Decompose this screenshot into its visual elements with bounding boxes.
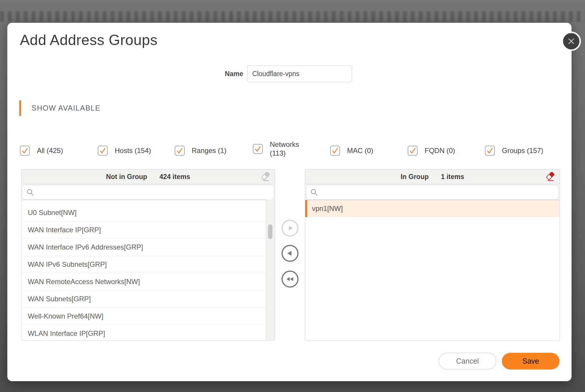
arrow-right-icon xyxy=(286,224,294,233)
checkbox-checked-icon xyxy=(253,144,263,154)
move-all-left-button[interactable] xyxy=(282,271,298,288)
search-icon xyxy=(26,188,34,196)
clear-list-icon[interactable] xyxy=(545,172,555,181)
close-button[interactable] xyxy=(562,32,581,51)
checkbox-checked-icon xyxy=(98,146,108,156)
page-background: Add Address Groups Name SHOW AVAILABLE A… xyxy=(0,0,585,392)
list-item-selected[interactable]: vpn1[NW] xyxy=(305,200,560,217)
move-left-button[interactable] xyxy=(282,245,298,262)
save-button[interactable]: Save xyxy=(502,353,560,369)
not-in-group-panel: Not in Group 424 items xyxy=(21,169,275,341)
filter-checkbox-networks[interactable]: Networks (113) xyxy=(253,140,303,158)
filter-checkbox-groups[interactable]: Groups (157) xyxy=(485,146,543,156)
not-in-group-list: U0 Subnet[NW] WAN Interface IP[GRP] WAN … xyxy=(21,200,275,341)
checkbox-checked-icon xyxy=(485,146,495,156)
name-input[interactable] xyxy=(247,66,352,82)
filter-checkbox-all[interactable]: All (425) xyxy=(20,146,63,156)
filter-checkbox-mac[interactable]: MAC (0) xyxy=(330,146,373,156)
not-in-group-header: Not in Group 424 items xyxy=(21,169,275,184)
search-icon xyxy=(310,188,318,196)
close-icon xyxy=(567,37,576,46)
clear-list-icon[interactable] xyxy=(261,172,271,181)
right-search-input[interactable] xyxy=(318,185,559,200)
in-group-list: vpn1[NW] xyxy=(305,200,560,341)
dialog-title: Add Address Groups xyxy=(20,32,157,49)
scrollbar-thumb[interactable] xyxy=(268,224,272,239)
filter-checkbox-ranges[interactable]: Ranges (1) xyxy=(175,146,227,156)
double-arrow-left-icon xyxy=(285,275,295,283)
move-right-button[interactable] xyxy=(282,220,298,237)
checkbox-checked-icon xyxy=(20,146,30,156)
list-item[interactable]: WLAN Interface IP[GRP] xyxy=(21,325,266,341)
list-item[interactable]: Well-Known Pref64[NW] xyxy=(21,308,266,325)
filter-checkbox-fqdn[interactable]: FQDN (0) xyxy=(408,146,455,156)
checkbox-checked-icon xyxy=(175,146,185,156)
backdrop-pattern xyxy=(0,11,585,22)
arrow-left-icon xyxy=(286,249,294,258)
cancel-button[interactable]: Cancel xyxy=(439,353,496,369)
show-available-label: SHOW AVAILABLE xyxy=(32,104,100,112)
list-item[interactable]: WAN Interface IPv6 Addresses[GRP] xyxy=(21,239,266,256)
list-item[interactable]: WAN Subnets[GRP] xyxy=(21,290,266,308)
checkbox-checked-icon xyxy=(330,146,340,156)
show-available-heading: SHOW AVAILABLE xyxy=(19,100,100,116)
list-item[interactable]: WAN RemoteAccess Networks[NW] xyxy=(21,273,266,290)
panel-count: 1 items xyxy=(441,173,464,181)
list-item[interactable]: U0 Subnet[NW] xyxy=(21,204,266,221)
in-group-panel: In Group 1 items xyxy=(305,169,560,341)
name-label: Name xyxy=(196,70,243,78)
in-group-header: In Group 1 items xyxy=(305,169,560,184)
left-search xyxy=(22,185,274,200)
accent-bar xyxy=(19,100,21,116)
list-item[interactable]: WAN IPv6 Subnets[GRP] xyxy=(21,256,266,273)
filter-checkbox-hosts[interactable]: Hosts (154) xyxy=(98,146,151,156)
panel-title: In Group xyxy=(401,173,429,181)
scrollbar-track[interactable] xyxy=(266,200,275,340)
list-item[interactable]: WAN Interface IP[GRP] xyxy=(21,221,266,239)
left-search-input[interactable] xyxy=(34,185,274,200)
panel-count: 424 items xyxy=(159,173,190,181)
panel-title: Not in Group xyxy=(106,173,147,181)
checkbox-checked-icon xyxy=(408,146,418,156)
add-address-groups-dialog: Add Address Groups Name SHOW AVAILABLE A… xyxy=(7,23,572,381)
right-search xyxy=(306,185,559,200)
